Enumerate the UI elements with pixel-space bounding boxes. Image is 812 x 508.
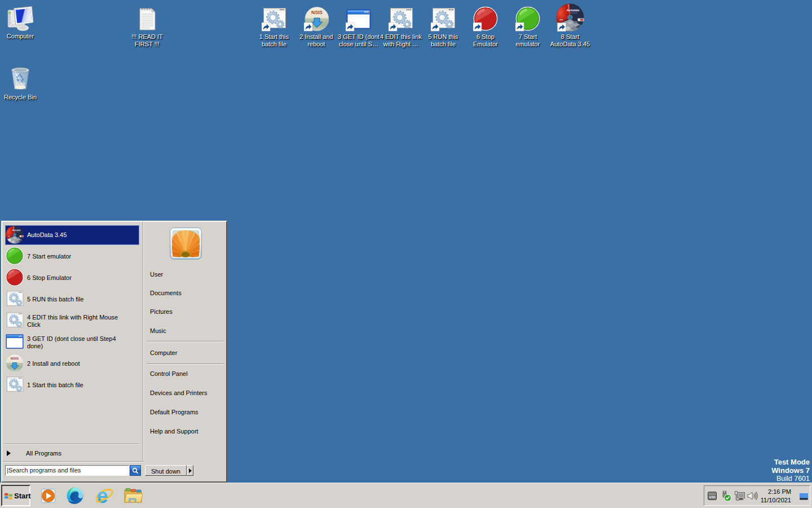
svg-text:vm: vm	[709, 494, 716, 500]
